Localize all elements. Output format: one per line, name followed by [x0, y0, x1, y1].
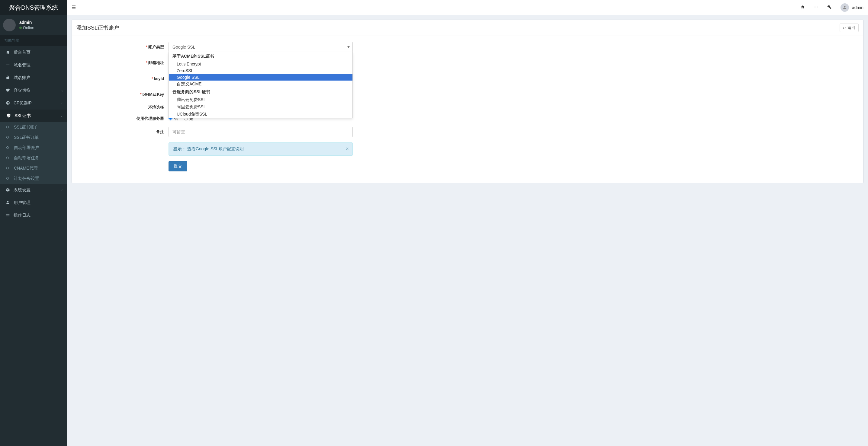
dropdown-option[interactable]: 自定义ACME: [169, 80, 352, 88]
label-remark: 备注: [78, 129, 168, 135]
dropdown-option[interactable]: ZeroSSL: [169, 67, 352, 74]
hint-link[interactable]: 查看Google SSL账户配置说明: [187, 146, 244, 151]
dropdown-option[interactable]: Let's Encrypt: [169, 61, 352, 67]
app-logo[interactable]: 聚合DNS管理系统: [0, 0, 67, 15]
form-box: 添加SSL证书账户 ↩ 返回 *账户类型 Googl: [71, 20, 864, 183]
sidebar-item-0[interactable]: 后台首页: [0, 46, 67, 59]
dropdown-group-label: 基于ACME的SSL证书: [169, 52, 352, 61]
dropdown-option[interactable]: 腾讯云免费SSL: [169, 96, 352, 103]
heartbeat-icon: [4, 88, 11, 93]
sidebar-subitem-5-2[interactable]: 自动部署账户: [0, 143, 67, 153]
dropdown-group-label: 云服务商的SSL证书: [169, 88, 352, 96]
sidebar-header: 功能导航: [0, 35, 67, 46]
svg-point-4: [6, 167, 9, 169]
dropdown-option[interactable]: UCloud免费SSL: [169, 111, 352, 118]
label-keyid: *keyId: [78, 76, 168, 81]
account-type-dropdown: 基于ACME的SSL证书Let's EncryptZeroSSLGoogle S…: [168, 52, 353, 118]
dropdown-option[interactable]: 阿里云免费SSL: [169, 103, 352, 111]
toggle-sidebar-button[interactable]: ☰: [71, 4, 76, 10]
header-username: admin: [852, 5, 864, 10]
label-env: 环境选择: [78, 105, 168, 110]
svg-point-3: [6, 157, 9, 159]
avatar: [3, 19, 16, 31]
user-panel: admin Online: [0, 15, 67, 35]
home-icon[interactable]: [801, 5, 805, 10]
dropdown-option[interactable]: Google SSL: [169, 74, 352, 80]
sidebar-subitem-5-3[interactable]: 自动部署任务: [0, 153, 67, 163]
svg-point-0: [6, 126, 9, 128]
hint-alert: 提示： 查看Google SSL账户配置说明 ×: [168, 142, 353, 156]
svg-point-5: [6, 177, 9, 179]
user-icon: [4, 200, 11, 206]
wrench-icon[interactable]: [827, 5, 832, 10]
sidebar-subitem-5-1[interactable]: SSL证书订单: [0, 133, 67, 143]
label-account-type: *账户类型: [78, 44, 168, 50]
bars-icon: [4, 213, 11, 218]
list-icon: [4, 63, 11, 68]
home-icon: [4, 50, 11, 55]
sidebar-subitem-5-0[interactable]: SSL证书账户: [0, 122, 67, 133]
chevron-left-icon: ‹: [62, 102, 63, 105]
circle-icon: [6, 146, 11, 150]
user-status: Online: [19, 25, 34, 31]
circle-icon: [6, 125, 11, 130]
sidebar-item-5[interactable]: SSL证书⌄: [0, 109, 67, 122]
sidebar-subitem-5-4[interactable]: CNAME代理: [0, 163, 67, 173]
circle-icon: [6, 176, 11, 181]
label-proxy: 使用代理服务器: [78, 116, 168, 121]
cogs-icon: [4, 188, 11, 193]
fullscreen-icon[interactable]: [814, 5, 818, 10]
circle-icon: [6, 156, 11, 160]
page-title: 添加SSL证书账户: [76, 24, 119, 31]
sidebar-item-4[interactable]: CF优选IP‹: [0, 97, 67, 109]
svg-point-2: [6, 146, 9, 149]
label-b64mackey: *b64MacKey: [78, 92, 168, 97]
back-button[interactable]: ↩ 返回: [840, 24, 859, 32]
chevron-left-icon: ‹: [62, 188, 63, 192]
sidebar-subitem-5-5[interactable]: 计划任务设置: [0, 173, 67, 184]
circle-icon: [6, 136, 11, 140]
sidebar-item-2[interactable]: 域名账户: [0, 71, 67, 84]
top-bar: ☰ admin: [67, 0, 868, 15]
chevron-down-icon: ⌄: [60, 114, 63, 118]
sidebar-item-3[interactable]: 容灾切换‹: [0, 84, 67, 97]
svg-point-1: [6, 136, 9, 138]
close-alert-icon[interactable]: ×: [345, 146, 349, 152]
sidebar-item-8[interactable]: 操作日志: [0, 209, 67, 222]
shield-icon: [5, 113, 12, 118]
sidebar-item-7[interactable]: 用户管理: [0, 197, 67, 209]
back-arrow-icon: ↩: [843, 26, 846, 30]
submit-button[interactable]: 提交: [168, 161, 187, 171]
globe-icon: [4, 101, 11, 106]
circle-icon: [6, 166, 11, 171]
chevron-left-icon: ‹: [62, 89, 63, 92]
lock-icon: [4, 75, 11, 80]
sidebar-item-1[interactable]: 域名管理: [0, 59, 67, 71]
label-email: *邮箱地址: [78, 60, 168, 66]
sidebar-item-6[interactable]: 系统设置‹: [0, 184, 67, 197]
user-avatar-small: [840, 3, 849, 12]
sidebar: 聚合DNS管理系统 admin Online 功能导航 后台首页域名管理域名账户…: [0, 0, 67, 446]
remark-input[interactable]: [168, 127, 353, 137]
account-type-select[interactable]: Google SSL: [168, 42, 353, 52]
user-name: admin: [19, 20, 34, 25]
user-menu[interactable]: admin: [840, 3, 864, 12]
